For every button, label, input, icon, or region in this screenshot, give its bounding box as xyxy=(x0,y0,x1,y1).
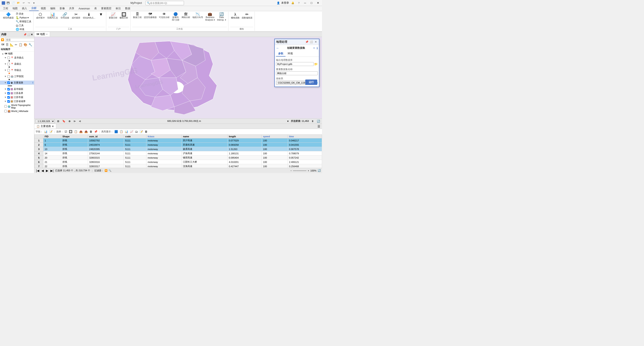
field-tool-2[interactable]: 📝 xyxy=(49,130,53,133)
history-btn[interactable]: ⏱历史 xyxy=(15,12,32,16)
geopanel-tab-env[interactable]: 环境 xyxy=(286,51,295,57)
layer-expand-map[interactable]: ▲ xyxy=(2,52,4,55)
col-fid[interactable]: FID xyxy=(43,135,61,138)
highlight-tool-4[interactable]: 📈 xyxy=(130,130,134,133)
layer-check-city-point[interactable] xyxy=(7,69,10,72)
geopanel-info-btn[interactable]: ℹ xyxy=(317,46,318,50)
layer-item-county-city-poly[interactable]: ▼ 县市级面 xyxy=(0,87,34,91)
nav-first-btn[interactable]: |◀ xyxy=(36,169,40,172)
business-analysis-btn[interactable]: 💼 BusinessAnalysis ▾ xyxy=(204,12,216,22)
spatial-join-btn[interactable]: 🔗 空间连接 xyxy=(60,12,70,20)
menu-imagery[interactable]: 影像 xyxy=(58,6,67,11)
layer-item-county-border[interactable]: ▼ 江苏县界 xyxy=(0,91,34,95)
table-row[interactable]: 26折线245339745111motorway苏嘉杭高速0.069258100… xyxy=(34,143,322,147)
menu-table[interactable]: 表 xyxy=(92,6,99,11)
close-btn[interactable]: ✕ xyxy=(316,1,320,5)
open-quick-btn[interactable]: 📂 xyxy=(16,1,20,5)
zoom-minus-btn[interactable]: − xyxy=(290,169,292,172)
layer-expand-roads[interactable]: ▼ xyxy=(4,81,6,84)
col-name[interactable]: name xyxy=(182,135,228,138)
table-row[interactable]: 414折线275631445111motorway沪渝高速1.180131100… xyxy=(34,151,322,155)
highlight-tool-6[interactable]: 📝 xyxy=(139,130,144,133)
network-analysis-btn[interactable]: 🕸 网络分析 xyxy=(181,12,191,19)
geopanel-add-btn[interactable]: ＋ xyxy=(312,46,316,50)
layer-item-county-point[interactable]: ▼ 📍 县级点 xyxy=(0,62,34,66)
table-row[interactable]: 313折线248203955111motorway扬溧高速1.512631000… xyxy=(34,147,322,151)
highlight-tool-2[interactable]: 📋 xyxy=(119,130,124,133)
redo-btn[interactable]: ↪ xyxy=(26,1,31,5)
table-tab-close[interactable]: ✕ xyxy=(52,125,54,128)
menu-feature-layer[interactable]: 要素图层 xyxy=(99,6,114,11)
hotspot-btn[interactable]: 🌡 优化的热点... xyxy=(82,12,96,20)
raster-analysis-btn[interactable]: 🔲 栅格分析 xyxy=(119,12,129,20)
highlight-tool-3[interactable]: 📊 xyxy=(124,130,128,133)
customize-quick-btn[interactable]: ▼ xyxy=(32,1,36,5)
layer-check-world-topo[interactable] xyxy=(4,105,7,108)
sync-btn[interactable]: ⊕ xyxy=(68,120,71,123)
layer-check-province-border[interactable] xyxy=(7,100,10,103)
layer-tool-4[interactable]: ✏ xyxy=(14,43,18,47)
nav-play-btn[interactable]: ▶ xyxy=(46,169,49,172)
col-code[interactable]: code xyxy=(124,135,146,138)
undo-btn[interactable]: ↩ xyxy=(22,1,26,5)
geopanel-float-btn[interactable]: ⬜ xyxy=(309,40,313,44)
layer-tool-3[interactable]: 📐 xyxy=(10,43,14,47)
layer-expand-city-border[interactable]: ▼ xyxy=(4,96,6,98)
nav-btn[interactable]: ⊳ xyxy=(73,120,76,123)
sidebar-close-btn[interactable]: ✕ xyxy=(31,33,33,36)
paired-clip-btn[interactable]: ✂ 成对裁剪 xyxy=(71,12,81,20)
raster-func-btn[interactable]: λ 栅格函数 xyxy=(230,12,240,20)
notification-btn[interactable]: 🔔 xyxy=(291,1,295,5)
menu-analysis[interactable]: 分析 xyxy=(29,6,39,11)
command-search-input[interactable] xyxy=(150,2,180,4)
geopanel-close-btn[interactable]: ✕ xyxy=(314,40,318,44)
layer-tool-5[interactable]: 📋 xyxy=(18,43,23,47)
layer-tool-2[interactable]: 🗄 xyxy=(5,43,9,47)
col-osmid[interactable]: osm_id xyxy=(88,135,124,138)
layer-check-county-city-point[interactable] xyxy=(7,57,10,59)
func-editor-btn[interactable]: ✏ 函数编辑器 xyxy=(241,12,253,20)
layer-item-roads[interactable]: ▼ 🛣 主要道路 ℹ xyxy=(0,81,34,85)
geopanel-run-btn[interactable]: 运行 xyxy=(305,80,317,85)
select-tool-3[interactable]: 📋 xyxy=(74,130,78,133)
range-summary-btn[interactable]: 📊 范围内汇总 xyxy=(46,12,59,20)
select-tool-4[interactable]: 📤 xyxy=(79,130,83,133)
layer-check-world-hillshade[interactable] xyxy=(4,110,7,112)
data-interop-btn[interactable]: 🔄 DataInterop. ▾ xyxy=(216,12,227,22)
geopanel-input-db[interactable] xyxy=(276,62,314,66)
menu-insert[interactable]: 插入 xyxy=(20,6,29,11)
table-menu-btn[interactable]: ☰ xyxy=(318,125,320,128)
table-content[interactable]: FID Shape osm_id code fclass name length… xyxy=(34,134,322,168)
select-tool-7[interactable]: 📌 xyxy=(94,130,98,133)
paired-buffer-btn[interactable]: ⬡ 成对缓冲 xyxy=(35,12,46,20)
select-tool-6[interactable]: 🗑 xyxy=(89,130,93,133)
nav-prev-btn[interactable]: ◀ xyxy=(41,169,44,172)
new-quick-btn[interactable]: 📄 xyxy=(11,1,16,5)
col-speed[interactable]: speed xyxy=(262,135,288,138)
sidebar-pin-btn[interactable]: 📌 xyxy=(24,33,26,36)
highlight-tool-5[interactable]: 🗂 xyxy=(134,130,138,133)
layer-item-city-border[interactable]: ▼ 江苏市届 xyxy=(0,95,34,99)
menu-map[interactable]: 地图 xyxy=(10,6,20,11)
layer-expand-county-point[interactable]: ▼ xyxy=(4,63,6,65)
geopanel-folder-btn[interactable]: 📁 xyxy=(314,62,318,66)
explore3d-btn[interactable]: 🔵 探索性3D 分析 xyxy=(171,12,180,22)
more-tools-btn[interactable]: ▼ xyxy=(97,12,105,17)
menu-share[interactable]: 共享 xyxy=(67,6,76,11)
layer-tool-1[interactable]: 🗺 xyxy=(1,43,5,47)
geopanel-pin-btn[interactable]: 📌 xyxy=(305,40,309,44)
save-quick-btn[interactable]: 💾 xyxy=(6,1,10,5)
layer-item-world-topo[interactable]: 🌍 World Topographic Map xyxy=(0,103,34,109)
layer-tool-7[interactable]: 🔧 xyxy=(28,43,33,47)
menu-data[interactable]: 数据 xyxy=(123,6,132,11)
layer-check-roads[interactable] xyxy=(7,81,10,84)
layer-expand-city-point[interactable]: ▼ xyxy=(4,69,6,71)
instant-tools-btn[interactable]: 🔧即用型工具 xyxy=(15,20,32,24)
layer-expand-province-border[interactable]: ▼ xyxy=(4,100,6,102)
restore-btn[interactable]: □ xyxy=(309,1,314,5)
col-shape[interactable]: Shape xyxy=(61,135,88,138)
refresh-btn[interactable]: 🔄 xyxy=(316,120,321,123)
layer-expand-hospital[interactable]: ▼ xyxy=(4,75,6,78)
grid-view-btn[interactable]: ⊞ xyxy=(56,120,60,123)
menu-edit[interactable]: 编辑 xyxy=(48,6,58,11)
